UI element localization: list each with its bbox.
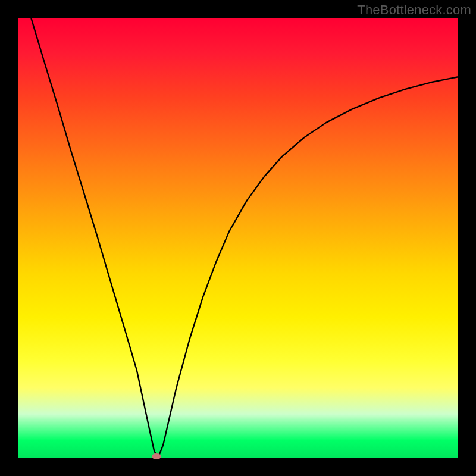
minimum-marker <box>152 453 161 459</box>
curve-svg <box>18 18 458 458</box>
bottleneck-curve <box>31 18 458 456</box>
chart-container: TheBottleneck.com <box>0 0 476 476</box>
watermark-text: TheBottleneck.com <box>357 2 471 18</box>
